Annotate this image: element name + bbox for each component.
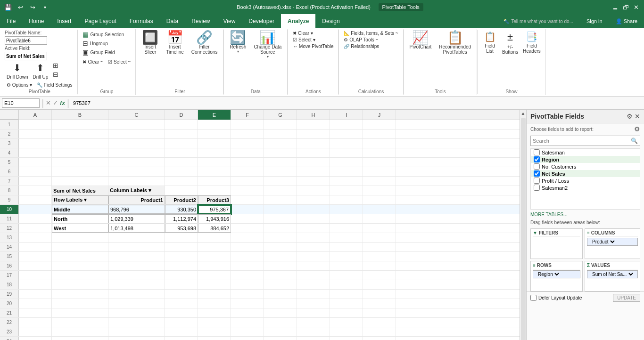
drill-down-btn[interactable]: ⬇ Drill Down (5, 61, 30, 81)
redo-icon[interactable]: ↪ (28, 3, 37, 11)
pivot-product1-header[interactable]: Product1 (108, 195, 165, 204)
field-item-region[interactable]: Region (531, 156, 640, 163)
fields-close-icon[interactable]: ✕ (635, 113, 640, 120)
values-sum-select[interactable]: Sum of Net Sa... (590, 271, 635, 277)
col-head-g[interactable]: G (264, 110, 297, 120)
restore-btn[interactable]: 🗗 (621, 3, 630, 11)
field-item-salesman2[interactable]: Salesman2 (531, 184, 640, 191)
pivot-west-p3[interactable]: 884,652 (198, 224, 231, 233)
formula-input[interactable]: 975367 (71, 100, 642, 106)
values-sum-tag[interactable]: Sum of Net Sa... (587, 270, 638, 278)
field-headers-btn[interactable]: 📑 FieldHeaders (521, 30, 543, 55)
fields-search-box[interactable]: 🔍 (530, 136, 640, 146)
change-data-source-btn[interactable]: 📊 Change DataSource ▾ (251, 30, 284, 60)
columns-product-tag[interactable]: Product (587, 238, 638, 246)
col-head-h[interactable]: H (297, 110, 330, 120)
tab-pagelayout[interactable]: Page Layout (78, 14, 123, 28)
recommended-pivottables-btn[interactable]: 📋 RecommendedPivotTables (436, 30, 474, 56)
pivot-north-p2[interactable]: 1,112,974 (165, 214, 198, 223)
minimize-btn[interactable]: 🗕 (611, 3, 619, 11)
field-list-btn[interactable]: 📋 FieldList (480, 30, 499, 55)
pivottable-name-input[interactable] (5, 36, 47, 45)
more-tables-link[interactable]: MORE TABLES... (527, 210, 644, 219)
select-action-btn[interactable]: ☑ Select ▾ (291, 37, 317, 43)
drill-up-btn[interactable]: ⬆ Drill Up (31, 61, 50, 81)
field-settings-btn[interactable]: 🔧 Field Settings (35, 82, 74, 88)
col-head-b[interactable]: B (52, 110, 108, 120)
field-item-nocustomers[interactable]: No. Customers (531, 163, 640, 170)
field-checkbox-netsales[interactable] (534, 170, 540, 177)
select-btn[interactable]: ☑ Select ~ (106, 59, 132, 65)
pivot-product3-header[interactable]: Product3 (198, 195, 231, 204)
field-checkbox-salesman2[interactable] (534, 185, 540, 191)
update-button[interactable]: UPDATE (613, 294, 640, 302)
col-head-c[interactable]: C (108, 110, 165, 120)
relationships-btn[interactable]: 🔗 Relationships (342, 43, 381, 49)
pivot-row-labels-header[interactable]: Row Labels ▾ (52, 195, 108, 204)
confirm-icon[interactable]: ✓ (53, 99, 58, 106)
field-checkbox-nocustomers[interactable] (534, 163, 540, 170)
pivot-chart-btn[interactable]: 📈 PivotChart (407, 30, 435, 50)
plus-minus-buttons-btn[interactable]: ± +/-Buttons (500, 30, 520, 56)
sign-in-btn[interactable]: Sign in (580, 14, 609, 28)
close-btn[interactable]: ✕ (632, 3, 640, 11)
pivot-col-labels[interactable]: Column Labels ▾ (108, 186, 165, 195)
insert-timeline-btn[interactable]: 📅 InsertTimeline (163, 30, 186, 56)
undo-icon[interactable]: ↩ (16, 3, 25, 11)
fields-settings-icon[interactable]: ⚙ (627, 113, 633, 120)
fields-search-input[interactable] (531, 138, 629, 144)
pivot-middle-p1[interactable]: 968,796 (108, 205, 165, 214)
field-item-salesman[interactable]: Salesman (531, 149, 640, 156)
col-head-j[interactable]: J (363, 110, 396, 120)
tab-review[interactable]: Review (185, 14, 216, 28)
cancel-icon[interactable]: ✕ (46, 99, 51, 106)
col-head-a[interactable]: A (19, 110, 52, 120)
pivot-north-p3[interactable]: 1,943,916 (198, 214, 231, 223)
pivot-north-p1[interactable]: 1,029,339 (108, 214, 165, 223)
collapse-btn[interactable]: ⊟ (51, 70, 60, 79)
defer-checkbox[interactable] (530, 295, 537, 301)
pivot-middle-label[interactable]: Middle (52, 205, 108, 214)
fields-gear-icon[interactable]: ⚙ (634, 125, 640, 133)
tab-data[interactable]: Data (160, 14, 185, 28)
tab-view[interactable]: View (217, 14, 242, 28)
save-icon[interactable]: 💾 (4, 3, 12, 11)
rows-region-select[interactable]: Region (536, 271, 561, 277)
pivot-west-p2[interactable]: 953,698 (165, 224, 198, 233)
tell-me-box[interactable]: 🔦Tell me what you want to do... (497, 14, 580, 28)
expand-btn[interactable]: ⊞ (51, 61, 60, 70)
col-head-i[interactable]: I (330, 110, 363, 120)
move-pivottable-btn[interactable]: ↔ Move PivotTable (291, 43, 335, 49)
field-checkbox-region[interactable] (534, 156, 540, 162)
group-field-btn[interactable]: ▣ Group Field (81, 48, 116, 57)
olap-tools-btn[interactable]: ⚙ OLAP Tools ~ (342, 37, 380, 43)
fields-items-btn[interactable]: 📐 Fields, Items, & Sets ~ (342, 30, 400, 36)
more-icon[interactable]: ▾ (41, 3, 49, 11)
pivot-middle-p2[interactable]: 930,350 (165, 205, 198, 214)
tab-developer[interactable]: Developer (242, 14, 281, 28)
col-head-f[interactable]: F (231, 110, 264, 120)
pivot-middle-p3[interactable]: 975,367 (198, 205, 231, 214)
pivot-west-label[interactable]: West (52, 224, 108, 233)
field-checkbox-profitloss[interactable] (534, 178, 540, 184)
col-head-e[interactable]: E (198, 110, 231, 120)
clear-action-btn[interactable]: ✖ Clear ▾ (291, 30, 314, 36)
vertical-scrollbar[interactable]: ▲ ▼ (520, 110, 526, 340)
refresh-btn[interactable]: 🔄 Refresh ▾ (227, 30, 249, 55)
tab-design[interactable]: Design (315, 14, 346, 28)
pivot-west-p1[interactable]: 1,013,498 (108, 224, 165, 233)
share-btn[interactable]: 👤Share (609, 14, 644, 28)
ungroup-btn[interactable]: ⊟ Ungroup (81, 39, 109, 48)
options-btn[interactable]: ⚙ Options ▾ (5, 82, 34, 88)
tab-analyze[interactable]: Analyze (281, 14, 315, 28)
rows-region-tag[interactable]: Region (533, 270, 580, 278)
field-checkbox-salesman[interactable] (534, 149, 540, 155)
col-head-d[interactable]: D (165, 110, 198, 120)
field-item-profitloss[interactable]: Profit / Loss (531, 177, 640, 184)
tab-insert[interactable]: Insert (50, 14, 78, 28)
tab-formulas[interactable]: Formulas (123, 14, 160, 28)
tab-home[interactable]: Home (22, 14, 50, 28)
pivot-product2-header[interactable]: Product2 (165, 195, 198, 204)
clear-btn[interactable]: ✖ Clear ~ (81, 59, 105, 65)
field-item-netsales[interactable]: Net Sales (531, 170, 640, 177)
